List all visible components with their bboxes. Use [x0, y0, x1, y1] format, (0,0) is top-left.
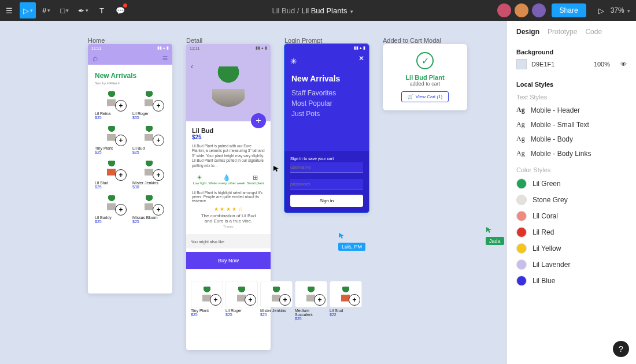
product-card[interactable]: +Missus Bloom$25 [132, 191, 165, 224]
canvas[interactable]: Home 11:11▮▮ ▴ ▮ ⌕≡ New Arrivals Sort by… [0, 21, 507, 364]
yml-card[interactable]: +Medium Succulent$25 [295, 281, 326, 321]
color-style[interactable]: Lil Yellow [516, 240, 627, 257]
eye-icon[interactable]: 👁 [620, 61, 627, 68]
artboard-home[interactable]: 11:11▮▮ ▴ ▮ ⌕≡ New Arrivals Sort by ▾ Fi… [88, 44, 172, 294]
yml-card[interactable]: +Lil Roger$25 [225, 281, 257, 321]
close-icon[interactable]: ✕ [358, 54, 364, 62]
feature: ⊞Small plant [247, 174, 264, 185]
bg-label: Background [516, 49, 627, 55]
frame-tool[interactable]: #▾ [38, 2, 54, 18]
hamburger-icon[interactable]: ☰ [1, 2, 17, 18]
product-card[interactable]: +Lil Stud$25 [95, 157, 128, 189]
form-label: Sign in to save your cart [290, 157, 363, 161]
collaborator-avatars[interactable] [496, 2, 547, 18]
section-title: New Arrivals [95, 72, 165, 80]
signin-button[interactable]: Sign in [290, 195, 363, 207]
color-style[interactable]: Lil Blue [516, 273, 627, 289]
add-fab[interactable]: + [251, 113, 266, 128]
bg-opacity[interactable]: 100% [594, 61, 610, 68]
product-card[interactable]: +Lil Reina$25 [95, 87, 128, 120]
menu-icon[interactable]: ≡ [162, 53, 168, 64]
shape-tool[interactable]: □▾ [57, 2, 73, 18]
app-toolbar: ☰ ▷▾ #▾ □▾ ✒▾ T 💬 Lil Bud / Lil Bud Plan… [0, 0, 636, 21]
avatar[interactable] [513, 2, 530, 18]
sort-filter[interactable]: Sort by ▾ Filter ▾ [95, 81, 165, 85]
nav-item[interactable]: Staff Favorites [291, 89, 362, 97]
feature: ☀Low light [193, 174, 207, 185]
add-icon[interactable]: + [153, 204, 164, 216]
product-name: Lil Roger [132, 112, 165, 116]
avatar[interactable] [496, 2, 512, 18]
frame-label-login[interactable]: Login Prompt [284, 37, 322, 44]
nav-item[interactable]: Just Pots [291, 110, 362, 118]
back-icon[interactable]: ‹ [191, 62, 193, 70]
share-button[interactable]: Share [552, 3, 586, 17]
avatar[interactable] [531, 2, 547, 18]
add-icon[interactable]: + [115, 135, 127, 146]
frame-label-cart[interactable]: Added to Cart Modal [383, 37, 441, 44]
add-icon[interactable]: + [279, 294, 291, 306]
add-icon[interactable]: + [210, 294, 221, 306]
text-style[interactable]: AgMobile - Body [516, 132, 627, 146]
product-card[interactable]: +Mister Jenkins$30 [132, 157, 165, 189]
product-name: Tiny Plant [95, 146, 128, 150]
bg-swatch[interactable] [516, 59, 527, 69]
add-icon[interactable]: + [153, 169, 164, 181]
text-style[interactable]: AgMobile - Body Links [516, 146, 627, 161]
product-card[interactable]: +Tiny Plant$25 [95, 122, 128, 154]
frame-label-detail[interactable]: Detail [186, 37, 202, 44]
text-style[interactable]: AgMobile - Small Text [516, 117, 627, 132]
panel-tab[interactable]: Prototype [548, 28, 577, 36]
yml-label: You might also like [191, 236, 266, 246]
bg-hex[interactable]: D9E1F1 [531, 61, 554, 68]
password-field[interactable] [290, 179, 363, 190]
zoom-level[interactable]: 37% ▾ [611, 6, 630, 14]
frame-label-home[interactable]: Home [88, 37, 105, 44]
buy-button[interactable]: Buy Now [186, 252, 271, 269]
nav-item[interactable]: Most Popular [291, 99, 362, 107]
text-style[interactable]: AgMobile - Header [516, 103, 627, 117]
help-button[interactable]: ? [613, 341, 629, 357]
product-card[interactable]: +Lil Bud$25 [132, 122, 165, 154]
yml-card[interactable]: +Lil Stud$22 [330, 281, 361, 321]
comment-tool[interactable]: 💬 [112, 2, 128, 18]
username-field[interactable] [290, 162, 363, 173]
add-icon[interactable]: + [115, 169, 127, 181]
local-styles-label: Local Styles [516, 81, 627, 88]
move-tool[interactable]: ▷▾ [20, 2, 36, 18]
add-icon[interactable]: + [245, 294, 256, 306]
pen-tool[interactable]: ✒▾ [75, 2, 91, 18]
add-icon[interactable]: + [349, 294, 360, 306]
add-icon[interactable]: + [153, 100, 164, 112]
yml-card[interactable]: +Mister Jenkins$25 [260, 281, 291, 321]
cursor-luis: Luis, PM [338, 231, 365, 251]
add-icon[interactable]: + [314, 294, 326, 306]
add-icon[interactable]: + [115, 204, 127, 216]
color-style[interactable]: Lil Green [516, 176, 627, 192]
artboard-login[interactable]: ▮▮ ▴ ▮ ✕ ✳ New Arrivals Staff FavoritesM… [284, 44, 369, 213]
artboard-cart[interactable]: ✓ Lil Bud Plant added to cart 🛒 View Car… [383, 44, 467, 110]
color-styles-label: Color Styles [516, 166, 627, 173]
yml-card[interactable]: +Tiny Plant$25 [191, 281, 222, 321]
color-style[interactable]: Lil Lavender [516, 257, 627, 273]
add-icon[interactable]: + [153, 135, 164, 146]
text-tool[interactable]: T [94, 2, 110, 18]
color-style[interactable]: Stone Grey [516, 192, 627, 208]
present-button[interactable]: ▷ [593, 2, 609, 18]
view-cart-button[interactable]: 🛒 View Cart (1) [401, 91, 449, 102]
panel-tab[interactable]: Design [516, 28, 539, 36]
product-price: $25 [95, 185, 128, 189]
review-author: Tracey [192, 225, 265, 228]
text-styles-label: Text Styles [516, 94, 627, 101]
product-card[interactable]: +Lil Roger$35 [132, 87, 165, 120]
cart-product-name: Lil Bud Plant [391, 74, 459, 81]
add-icon[interactable]: + [115, 100, 127, 112]
product-price: $25 [95, 150, 128, 154]
color-style[interactable]: Lil Red [516, 224, 627, 240]
search-icon[interactable]: ⌕ [93, 53, 98, 64]
color-style[interactable]: Lil Coral [516, 208, 627, 224]
product-price: $25 [95, 116, 128, 120]
product-card[interactable]: +Lil Buddy$25 [95, 191, 128, 224]
panel-tab[interactable]: Code [585, 28, 602, 36]
breadcrumb[interactable]: Lil Bud / Lil Bud Plants ▾ [130, 6, 496, 15]
